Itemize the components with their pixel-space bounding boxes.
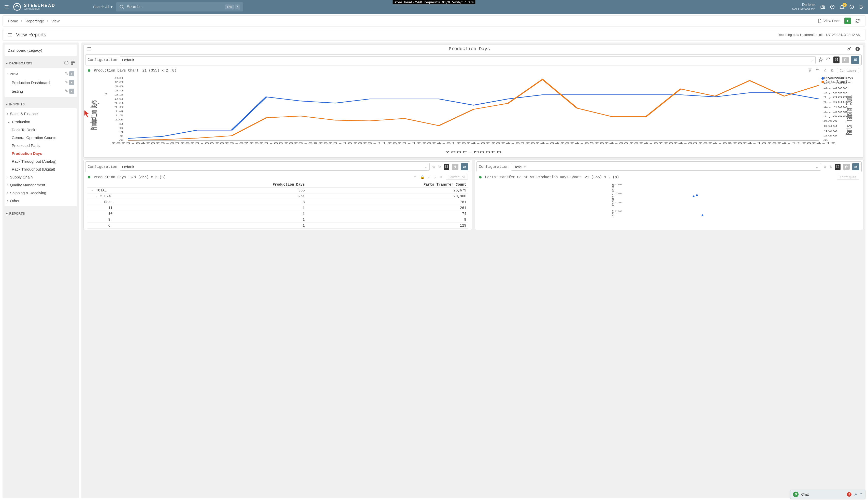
popout-icon[interactable] xyxy=(823,68,827,73)
svg-point-3 xyxy=(13,3,20,10)
clock-icon[interactable] xyxy=(830,4,835,9)
table-row[interactable]: 111261 xyxy=(87,205,468,211)
save-icon[interactable] xyxy=(444,164,449,170)
filter-toggle-icon[interactable]: ⇄ xyxy=(852,163,859,170)
svg-text:Parts Transfer Count: Parts Transfer Count xyxy=(612,184,614,216)
insight-item[interactable]: Rack Throughput (Digital) xyxy=(4,165,77,173)
chevron-right-icon: › xyxy=(7,72,8,76)
config-select[interactable]: Default⌄ xyxy=(120,163,430,171)
search-icon xyxy=(119,4,124,9)
insights-section-header[interactable]: ▾ INSIGHTS xyxy=(4,101,77,108)
hamburger-icon[interactable] xyxy=(4,4,9,9)
table-row[interactable]: - Dec…8781 xyxy=(87,199,468,205)
info-circle-icon[interactable]: i xyxy=(855,46,860,52)
info-icon[interactable] xyxy=(849,4,854,9)
search-scope-dropdown[interactable]: Search All ▾ xyxy=(93,5,113,9)
delete-icon[interactable] xyxy=(842,57,849,63)
sidebar-toggle-icon[interactable] xyxy=(8,32,12,37)
insight-group[interactable]: ›Sales & Finance xyxy=(4,110,77,118)
copy-icon[interactable]: ⧉ xyxy=(831,68,833,72)
svg-text:2023-06: 2023-06 xyxy=(180,142,214,145)
delete-icon[interactable]: 🗑 xyxy=(452,164,458,170)
logout-icon[interactable] xyxy=(859,4,864,9)
chevron-up-icon[interactable]: ⌃ xyxy=(860,492,863,497)
notifications-bell-icon[interactable]: 9 xyxy=(840,4,845,9)
insight-item[interactable]: Dock To Dock xyxy=(4,126,77,134)
insight-group[interactable]: ⌄Production xyxy=(4,118,77,126)
breadcrumb-home[interactable]: Home xyxy=(8,19,18,23)
save-icon[interactable] xyxy=(833,57,840,64)
search-placeholder: Search... xyxy=(127,4,143,9)
table-row[interactable]: - TOTAL35525,679 xyxy=(87,188,468,193)
save-icon[interactable] xyxy=(835,164,841,170)
brand-logo[interactable]: STEELHEAD technologies xyxy=(13,2,56,11)
edit-icon[interactable]: ✎ xyxy=(65,71,68,76)
table-row[interactable]: 10174 xyxy=(87,211,468,217)
chevron-down-icon: ⌄ xyxy=(810,58,813,62)
svg-point-92 xyxy=(696,194,698,196)
user-info[interactable]: Darlene Not Clocked In! xyxy=(792,2,814,11)
panel-menu-icon[interactable] xyxy=(87,46,92,52)
dropdown-icon[interactable]: ▾ xyxy=(69,71,74,76)
camera-icon[interactable] xyxy=(820,4,825,9)
play-button[interactable] xyxy=(844,18,851,24)
svg-text:3,500: 3,500 xyxy=(615,183,622,186)
chart-config-row: Configuration Default ⌄ xyxy=(85,55,861,66)
svg-text:3,000: 3,000 xyxy=(615,192,622,195)
edit-icon[interactable]: ✎ xyxy=(65,89,68,94)
table-row[interactable]: 61129 xyxy=(87,223,468,229)
filter-icon[interactable] xyxy=(808,68,812,73)
svg-text:200: 200 xyxy=(823,134,838,137)
configure-button[interactable]: Configure xyxy=(837,68,859,73)
chat-unread-badge: 5 xyxy=(847,492,852,497)
chevron-down-icon: ▾ xyxy=(111,5,113,9)
key-icon[interactable] xyxy=(847,46,852,52)
filter-toggle-icon[interactable]: ⇄ xyxy=(461,163,468,170)
table-row[interactable]: - 2,02425120,900 xyxy=(87,193,468,199)
insight-item[interactable]: Processed Parts xyxy=(4,141,77,149)
insight-group[interactable]: ›Shipping & Receiving xyxy=(4,189,77,197)
svg-text:4: 4 xyxy=(119,130,124,134)
star-icon[interactable]: ☆ xyxy=(432,165,435,169)
breadcrumb-bar: Home › Reporting2 › View View Docs xyxy=(2,15,866,26)
configure-button[interactable]: Configure xyxy=(446,175,468,180)
breadcrumb-view[interactable]: View xyxy=(51,19,60,23)
view-docs-link[interactable]: View Docs xyxy=(817,18,840,23)
chart-name: Production Days Chart xyxy=(94,68,139,72)
undo-icon[interactable] xyxy=(816,68,820,73)
dashboard-legacy-link[interactable]: Dashboard (Legacy) xyxy=(4,45,77,56)
insight-group[interactable]: ›Other xyxy=(4,197,77,205)
star-icon[interactable] xyxy=(818,57,823,63)
dashboards-section-header[interactable]: ▾ DASHBOARDS xyxy=(4,59,77,68)
dashboard-item[interactable]: ›2024✎▾ xyxy=(4,69,77,78)
refresh-icon[interactable] xyxy=(855,18,860,23)
edit-icon[interactable]: ✎ xyxy=(65,80,68,85)
configure-button[interactable]: Configure xyxy=(837,175,859,180)
popout-icon[interactable]: ↗ xyxy=(854,492,857,497)
filter-toggle-icon[interactable] xyxy=(851,56,859,64)
table-row[interactable]: 919 xyxy=(87,217,468,223)
star-icon[interactable]: ☆ xyxy=(823,165,827,169)
svg-text:2024-02: 2024-02 xyxy=(456,142,490,145)
dropdown-icon[interactable]: ▾ xyxy=(69,89,74,94)
chat-widget[interactable]: D Chat 5 ↗ ⌃ xyxy=(790,490,866,499)
delete-icon[interactable]: 🗑 xyxy=(843,164,850,170)
config-select[interactable]: Default⌄ xyxy=(511,163,821,171)
refresh-icon[interactable] xyxy=(826,57,831,63)
dashboard-item[interactable]: Production Dashboard✎▾ xyxy=(4,78,77,87)
dashboard-item[interactable]: testing✎▾ xyxy=(4,87,77,95)
add-widget-icon[interactable] xyxy=(71,60,75,66)
insight-item[interactable]: General Operation Counts xyxy=(4,134,77,141)
insight-group[interactable]: ›Supply Chain xyxy=(4,173,77,181)
refresh-icon[interactable]: ↻ xyxy=(829,165,832,169)
insight-item[interactable]: Rack Throughput (Analog) xyxy=(4,157,77,165)
insight-item[interactable]: Production Days xyxy=(4,149,77,157)
config-select[interactable]: Default ⌄ xyxy=(120,56,816,64)
dropdown-icon[interactable]: ▾ xyxy=(69,80,74,85)
refresh-icon[interactable]: ↻ xyxy=(438,165,441,169)
insight-group[interactable]: ›Quality Management xyxy=(4,181,77,189)
breadcrumb-reporting[interactable]: Reporting2 xyxy=(25,19,44,23)
reports-section-header[interactable]: ▾ REPORTS xyxy=(4,210,77,217)
global-search-input[interactable]: Search... CMD K xyxy=(116,2,243,11)
add-folder-icon[interactable] xyxy=(64,60,69,66)
